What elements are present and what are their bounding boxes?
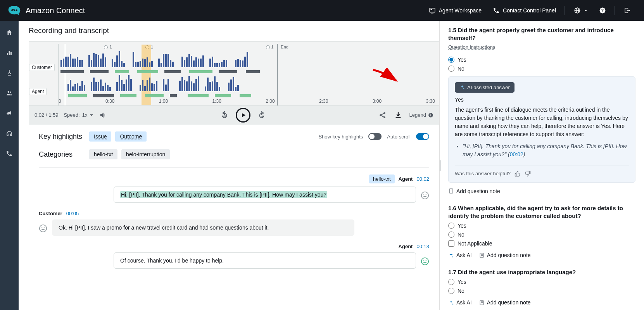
transcript-bubble[interactable]: Hi, [PII]. Thank you for calling any com… [114, 187, 416, 203]
svg-point-14 [8, 91, 10, 93]
help-icon: ? [599, 7, 606, 14]
ask-ai-button[interactable]: Ask AI [448, 299, 472, 306]
rewind-10-button[interactable]: 10 [220, 111, 229, 119]
note-icon [448, 188, 454, 194]
nav-headset[interactable] [3, 127, 16, 140]
evaluation-panel: 1.5 Did the agent properly greet the cus… [439, 21, 644, 310]
ask-ai-button[interactable]: Ask AI [448, 252, 472, 258]
svg-point-23 [421, 192, 428, 199]
category-chip[interactable]: hello-txt [89, 149, 117, 159]
add-question-note-button[interactable]: Add question note [448, 188, 500, 194]
question-instructions-link[interactable]: Question instructions [448, 44, 495, 50]
svg-point-27 [40, 225, 47, 232]
svg-rect-4 [430, 9, 432, 10]
option-yes[interactable]: Yes [448, 279, 635, 285]
playback-speed-control[interactable]: Speed: 1x [64, 112, 93, 118]
agent-workspace-link[interactable]: Agent Workspace [423, 0, 487, 21]
svg-point-25 [426, 194, 426, 195]
sparkle-icon [448, 252, 454, 258]
option-yes[interactable]: Yes [448, 57, 635, 63]
download-button[interactable] [394, 111, 402, 119]
transcript-speaker: Agent [399, 244, 413, 249]
autoscroll-toggle[interactable] [416, 133, 429, 140]
option-no[interactable]: No [448, 288, 635, 294]
sentiment-neutral-icon [39, 224, 47, 233]
svg-point-28 [41, 227, 42, 228]
highlight-chip-issue[interactable]: Issue [89, 131, 111, 142]
svg-rect-13 [10, 52, 12, 55]
thumbs-up-button[interactable] [515, 171, 521, 177]
autoscroll-label: Auto scroll [387, 134, 411, 140]
waveform-marker[interactable]: 1 [104, 45, 112, 49]
share-button[interactable] [378, 111, 387, 119]
waveform-marker[interactable]: 1 [266, 45, 274, 49]
svg-text:i: i [430, 113, 431, 117]
add-question-note-button[interactable]: Add question note [479, 252, 531, 258]
nav-campaigns[interactable] [3, 107, 16, 119]
show-highlights-toggle[interactable] [368, 133, 382, 140]
brand-title: Amazon Connect [26, 6, 85, 15]
workspace-icon [429, 7, 436, 14]
option-no[interactable]: No [448, 66, 635, 72]
transcript-bubble[interactable]: Ok. Hi [PII]. I saw a promo for a new tr… [52, 219, 354, 236]
ai-assisted-answer-box: AI-assisted answer Yes The agent's first… [448, 76, 635, 183]
transcript-bubble[interactable]: Of course. Thank you. I'd be happy to he… [114, 252, 416, 269]
waveform-container: Customer Agent 1 1 1 End 0 [29, 41, 439, 124]
nav-phone[interactable] [3, 147, 16, 160]
volume-button[interactable] [99, 111, 107, 119]
svg-text:10: 10 [223, 114, 226, 117]
forward-10-button[interactable]: 10 [257, 111, 266, 119]
question-block: 1.6 When applicable, did the agent try t… [448, 204, 635, 259]
phone-icon [493, 7, 500, 14]
side-navigation [0, 21, 19, 310]
home-icon [6, 29, 13, 36]
option-yes[interactable]: Yes [448, 223, 635, 229]
svg-text:?: ? [601, 8, 604, 13]
waveform-time-axis: 0 0:30 1:00 1:30 2:00 2:30 3:00 3:30 [59, 98, 435, 104]
thumbs-down-button[interactable] [525, 171, 531, 177]
contact-control-panel-link[interactable]: Contact Control Panel [487, 0, 561, 21]
top-navigation: Amazon Connect Agent Workspace Contact C… [0, 0, 644, 21]
svg-rect-11 [7, 53, 8, 55]
connect-logo-icon [8, 5, 21, 16]
customer-track-label: Customer [29, 64, 55, 71]
transcript-ref-timestamp[interactable]: 00:02 [510, 151, 523, 157]
transcript-timestamp[interactable]: 00:02 [416, 176, 429, 182]
brand-group: Amazon Connect [8, 5, 85, 16]
option-no[interactable]: No [448, 232, 635, 238]
question-block: 1.7 Did the agent use inappropriate lang… [448, 268, 635, 306]
sentiment-positive-icon [421, 257, 429, 266]
play-button[interactable] [236, 108, 250, 123]
ai-answer-reason: The agent's first line of dialogue meets… [455, 106, 629, 138]
transcript-timestamp[interactable]: 00:05 [66, 211, 79, 216]
player-controls: 0:02 / 1:59 Speed: 1x 10 10 [29, 105, 439, 124]
svg-point-33 [426, 260, 426, 261]
nav-routing[interactable] [3, 67, 16, 79]
svg-point-15 [10, 92, 11, 93]
nav-home[interactable] [3, 26, 16, 39]
language-menu[interactable] [568, 0, 593, 21]
ai-answer-value: Yes [455, 97, 629, 103]
nav-analytics[interactable] [3, 47, 16, 59]
note-icon [479, 252, 485, 258]
transcript-tag[interactable]: hello-txt [369, 175, 395, 183]
nav-users[interactable] [3, 87, 16, 99]
waveform-area[interactable]: Customer Agent 1 1 1 End 0 [29, 41, 439, 105]
legend-button[interactable]: Legend i [409, 112, 433, 118]
add-question-note-button[interactable]: Add question note [479, 299, 531, 306]
question-block: 1.5 Did the agent properly greet the cus… [448, 26, 635, 194]
transcript-timestamp[interactable]: 00:13 [416, 244, 429, 249]
card-title: Recording and transcript [29, 26, 439, 35]
logout-button[interactable] [618, 0, 636, 21]
caret-down-icon [584, 9, 588, 12]
panel-resize-handle[interactable] [439, 160, 441, 171]
sparkle-icon [448, 300, 454, 306]
svg-text:10: 10 [260, 114, 263, 117]
category-chip[interactable]: helo-interruption [121, 149, 170, 159]
transcript-speaker: Customer [39, 211, 62, 216]
svg-point-24 [423, 194, 424, 195]
option-na[interactable]: Not Applicable [448, 240, 635, 247]
help-button[interactable]: ? [593, 0, 611, 21]
highlight-chip-outcome[interactable]: Outcome [115, 131, 147, 142]
agent-track-label: Agent [29, 88, 47, 95]
